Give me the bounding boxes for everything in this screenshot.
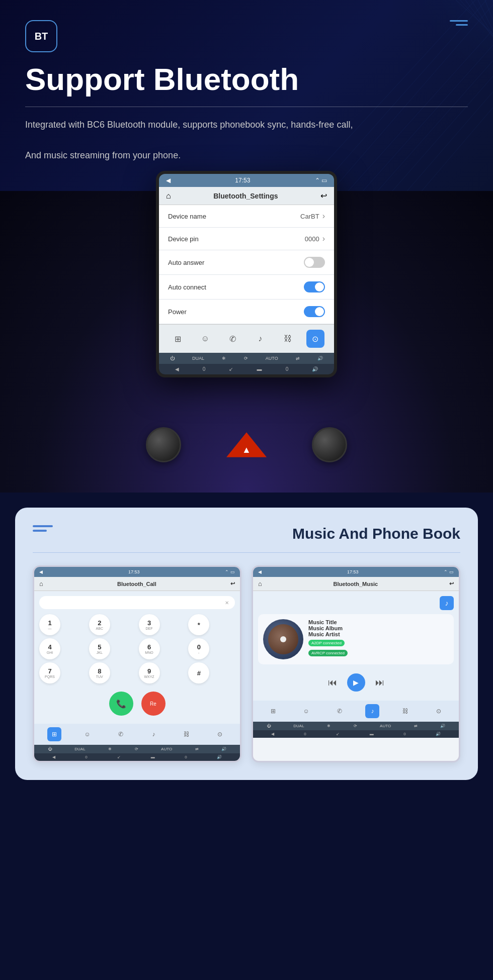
album-art — [263, 619, 303, 659]
mini-call-back-nav[interactable]: ↩ — [230, 580, 235, 587]
mini-call-icon-settings[interactable]: ⊙ — [213, 727, 227, 741]
mini-toolbar-dual[interactable]: DUAL — [74, 747, 85, 751]
dial-key-hash[interactable]: # — [188, 662, 209, 683]
icon-settings-active[interactable]: ⊙ — [306, 330, 324, 348]
dial-key-star[interactable]: * — [188, 614, 209, 635]
mini-call-back[interactable]: ◀ — [39, 569, 43, 574]
mini-music-status: ◀ 17:53 ⌃ ▭ — [253, 567, 459, 577]
music-next-button[interactable]: ⏭ — [375, 677, 384, 688]
toolbar-bottom-back[interactable]: ◀ — [175, 366, 179, 372]
music-prev-button[interactable]: ⏮ — [328, 677, 337, 688]
status-back-arrow[interactable]: ◀ — [166, 177, 171, 184]
auto-answer-toggle[interactable] — [304, 257, 325, 268]
mini-music-toolbar-dual[interactable]: DUAL — [293, 724, 304, 728]
dial-key-6[interactable]: 6MNO — [139, 638, 160, 659]
dial-key-3-sub: DEF — [146, 627, 153, 630]
icon-link[interactable]: ⛓ — [279, 330, 297, 348]
mini-music-icon-phone[interactable]: ✆ — [333, 704, 347, 718]
dial-key-1[interactable]: 1— — [39, 614, 60, 635]
dial-key-3[interactable]: 3DEF — [139, 614, 160, 635]
mini-music-toolbar: ⏻ DUAL ❄ ⟳ AUTO ⇌ 🔊 — [253, 722, 459, 730]
mini-music-tb-back[interactable]: ◀ — [271, 732, 274, 736]
mini-tb-temp[interactable]: ↙ — [117, 755, 121, 759]
mini-device-call: ◀ 17:53 ⌃ ▭ ⌂ Bluetooth_Call ↩ ✕ — [33, 565, 241, 762]
mini-call-title: Bluetooth_Call — [117, 581, 156, 587]
mini-toolbar-vol[interactable]: 🔊 — [221, 747, 226, 751]
mini-music-toolbar-sync[interactable]: ⇌ — [414, 724, 418, 728]
car-knob-left[interactable] — [146, 427, 181, 462]
dial-redial-button[interactable]: Re — [141, 692, 166, 716]
icon-contacts[interactable]: ☺ — [196, 330, 214, 348]
mini-toolbar-sync[interactable]: ⇌ — [195, 747, 199, 751]
mini-music-icon-music-active[interactable]: ♪ — [365, 704, 379, 718]
mini-toolbar-auto[interactable]: AUTO — [161, 747, 172, 751]
toolbar-fan[interactable]: ❄ — [222, 356, 226, 361]
mini-call-icon-contacts[interactable]: ☺ — [80, 727, 95, 741]
mini-music-back[interactable]: ◀ — [258, 569, 262, 574]
mini-music-toolbar-power[interactable]: ⏻ — [267, 724, 271, 728]
mini-music-tb-temp[interactable]: ↙ — [336, 732, 340, 736]
dial-key-8[interactable]: 8TUV — [89, 662, 110, 683]
dial-search-clear[interactable]: ✕ — [225, 600, 229, 606]
icon-phone[interactable]: ✆ — [224, 330, 242, 348]
toolbar-power[interactable]: ⏻ — [170, 356, 175, 361]
toolbar-dual[interactable]: DUAL — [192, 356, 204, 361]
nav-home-icon[interactable]: ⌂ — [166, 191, 171, 201]
dial-key-4[interactable]: 4GHI — [39, 638, 60, 659]
mini-music-icon-grid[interactable]: ⊞ — [266, 704, 280, 718]
mini-tb-vol[interactable]: 🔊 — [217, 755, 222, 759]
dial-key-0[interactable]: 0- — [188, 638, 209, 659]
car-knob-right[interactable] — [312, 427, 347, 462]
mini-call-status: ◀ 17:53 ⌃ ▭ — [34, 567, 240, 577]
mini-toolbar-fan[interactable]: ❄ — [108, 747, 112, 751]
device-bottom-icons: ⊞ ☺ ✆ ♪ ⛓ ⊙ — [159, 324, 334, 353]
mini-music-back-nav[interactable]: ↩ — [449, 580, 454, 587]
mini-music-toolbar-fan[interactable]: ❄ — [327, 724, 331, 728]
toolbar-recirculate[interactable]: ⟳ — [244, 356, 248, 361]
device-row-device-pin[interactable]: Device pin 0000 › — [159, 228, 334, 250]
music-title: Music Title — [308, 619, 449, 625]
dial-key-5[interactable]: 5JKL — [89, 638, 110, 659]
mini-call-icon-phone[interactable]: ✆ — [114, 727, 128, 741]
toolbar-bottom-temp[interactable]: ↙ — [229, 366, 233, 372]
chevron-right-icon: › — [322, 212, 325, 221]
music-note-button[interactable]: ♪ — [440, 596, 454, 610]
info-card: Music And Phone Book ◀ 17:53 ⌃ ▭ ⌂ Bluet… — [15, 508, 478, 780]
mini-toolbar-power[interactable]: ⏻ — [48, 747, 52, 751]
toolbar-auto[interactable]: AUTO — [266, 356, 278, 361]
mini-music-home[interactable]: ⌂ — [258, 580, 262, 587]
device-row-device-name[interactable]: Device name CarBT › — [159, 205, 334, 228]
mini-music-toolbar-recirc[interactable]: ⟳ — [354, 724, 357, 728]
dial-call-button[interactable]: 📞 — [109, 692, 133, 716]
mini-music-toolbar-vol[interactable]: 🔊 — [440, 724, 445, 728]
mini-music-icon-link[interactable]: ⛓ — [398, 704, 413, 718]
toolbar-volume[interactable]: 🔊 — [317, 356, 323, 361]
mini-music-content: ♪ Music Title Music Album Music Artist — [253, 591, 459, 701]
mini-toolbar-recirculate[interactable]: ⟳ — [135, 747, 138, 751]
mini-call-icon-link[interactable]: ⛓ — [180, 727, 194, 741]
dial-search-bar[interactable]: ✕ — [39, 596, 235, 609]
power-toggle[interactable] — [304, 306, 325, 317]
music-play-button[interactable]: ▶ — [347, 673, 365, 692]
hamburger-menu-button[interactable] — [450, 20, 468, 26]
mini-call-toolbar: ⏻ DUAL ❄ ⟳ AUTO ⇌ 🔊 — [34, 745, 240, 753]
mini-call-icon-music[interactable]: ♪ — [146, 727, 160, 741]
mini-music-icon-contacts[interactable]: ☺ — [299, 704, 313, 718]
auto-connect-toggle[interactable] — [304, 281, 325, 292]
mini-music-toolbar-auto[interactable]: AUTO — [380, 724, 391, 728]
device-row-auto-connect: Auto connect — [159, 275, 334, 300]
dial-key-7[interactable]: 7PQRS — [39, 662, 60, 683]
dial-key-9[interactable]: 9WXYZ — [139, 662, 160, 683]
nav-back-icon[interactable]: ↩ — [320, 191, 327, 201]
mini-music-icon-settings[interactable]: ⊙ — [432, 704, 446, 718]
mini-call-home[interactable]: ⌂ — [39, 580, 43, 587]
dial-key-2[interactable]: 2ABC — [89, 614, 110, 635]
hazard-button[interactable]: ▲ — [226, 431, 267, 459]
mini-tb-back[interactable]: ◀ — [52, 755, 55, 759]
mini-music-tb-vol[interactable]: 🔊 — [436, 732, 441, 736]
icon-music[interactable]: ♪ — [251, 330, 269, 348]
toolbar-sync[interactable]: ⇌ — [296, 356, 300, 361]
toolbar-bottom-vol[interactable]: 🔊 — [312, 366, 318, 372]
icon-grid[interactable]: ⊞ — [169, 330, 187, 348]
mini-call-icon-grid[interactable]: ⊞ — [47, 727, 61, 741]
